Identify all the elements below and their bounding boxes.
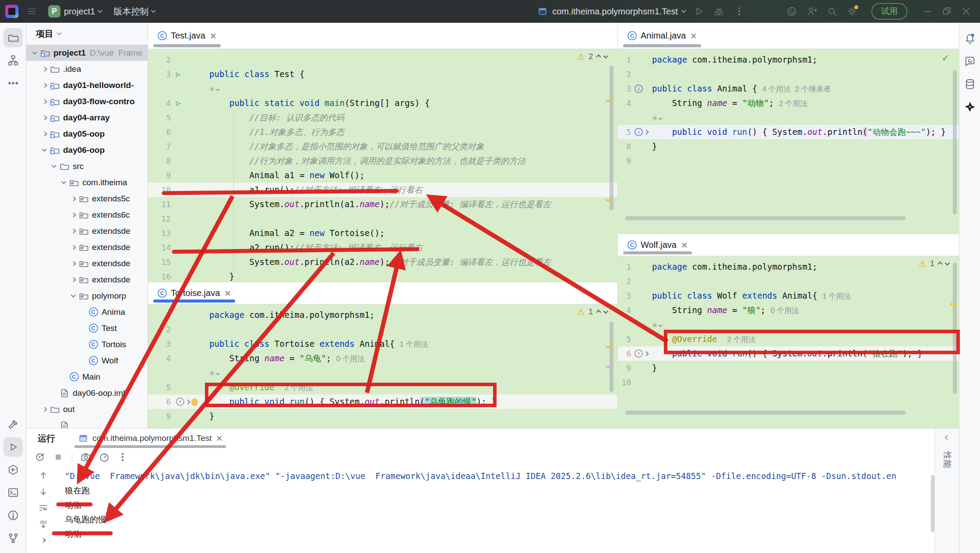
chevron-right-icon[interactable]: [69, 278, 78, 282]
tree-item[interactable]: extendsde: [26, 239, 148, 255]
chevron-right-icon[interactable]: [69, 197, 78, 201]
chevron-right-icon[interactable]: [40, 132, 49, 136]
tree-item[interactable]: extendsde: [26, 271, 148, 288]
tab-wolf-java[interactable]: C Wolf.java: [620, 234, 694, 256]
chevron-right-icon[interactable]: [69, 246, 78, 249]
tab-animal-java[interactable]: C Animal.java: [620, 23, 704, 49]
overrides-marker-icon[interactable]: ↑: [635, 349, 643, 358]
overrides-marker-icon[interactable]: ↑: [176, 398, 184, 406]
next-warning-icon[interactable]: [603, 309, 608, 313]
tree-item[interactable]: CTortois: [26, 336, 148, 352]
tree-item[interactable]: day03-flow-contro: [26, 93, 148, 109]
expand-button[interactable]: [38, 535, 49, 546]
tree-item[interactable]: day06-oop: [26, 142, 148, 158]
wolf-editor[interactable]: 1package com.itheima.polymorphsm1;23publ…: [618, 256, 959, 428]
tab-test-java[interactable]: C Test.java: [151, 23, 223, 49]
main-menu-button[interactable]: [23, 4, 40, 19]
debug[interactable]: [710, 4, 728, 19]
inspection-widget[interactable]: ⚠ 1: [919, 259, 949, 269]
chevron-down-icon[interactable]: [60, 181, 68, 184]
rerun-button[interactable]: [32, 450, 47, 465]
close-icon[interactable]: [216, 435, 222, 441]
stripe-more[interactable]: [4, 74, 23, 93]
stripe-build-hammer[interactable]: [4, 415, 23, 434]
stripe-ai-chat[interactable]: [960, 52, 980, 71]
fold-chevron-icon[interactable]: [185, 399, 190, 404]
close-icon[interactable]: [210, 33, 216, 39]
tree-item[interactable]: extends5c: [26, 190, 148, 207]
tree-item[interactable]: CMain: [26, 369, 148, 385]
stop-button[interactable]: [51, 450, 66, 465]
stripe-project-folder[interactable]: [4, 28, 23, 47]
minimize[interactable]: [918, 4, 937, 19]
more-vertical-button[interactable]: [115, 450, 130, 465]
scrollbar-thumb[interactable]: [610, 66, 613, 210]
settings[interactable]: [843, 4, 861, 19]
vcs-widget[interactable]: 版本控制: [110, 3, 159, 20]
ai-inlay-icon[interactable]: ✳: [652, 114, 662, 122]
chevron-right-icon[interactable]: [40, 67, 49, 71]
stripe-problems[interactable]: [4, 506, 23, 525]
scrollbar-thumb[interactable]: [625, 411, 906, 415]
tree-item[interactable]: [26, 417, 148, 428]
close-icon[interactable]: [681, 242, 687, 248]
project-widget[interactable]: P project1: [45, 3, 106, 20]
tree-item[interactable]: extendsde: [26, 255, 148, 271]
chevron-right-icon[interactable]: [69, 262, 78, 265]
tree-item[interactable]: CWolf: [26, 352, 148, 369]
tab-tortoise-java[interactable]: C Tortoise.java: [151, 282, 238, 304]
overridden-marker-icon[interactable]: ↓: [635, 128, 643, 136]
overridden-marker-icon[interactable]: ↓: [635, 85, 643, 93]
ai-assistant[interactable]: [783, 4, 800, 19]
ai-inlay-icon[interactable]: ✳: [652, 321, 662, 329]
close[interactable]: [956, 4, 976, 19]
stripe-git-branch[interactable]: [4, 528, 23, 548]
close-icon[interactable]: [225, 290, 231, 296]
trial-button[interactable]: 试用: [871, 3, 907, 20]
chevron-right-icon[interactable]: [40, 408, 49, 411]
stripe-database[interactable]: [960, 74, 980, 94]
scrollbar-thumb[interactable]: [610, 322, 613, 392]
search[interactable]: [823, 4, 841, 19]
stripe-terminal[interactable]: [4, 483, 23, 502]
console[interactable]: "D:\vue Framework\java\jdk\bin\java.exe"…: [26, 466, 934, 553]
stripe-jetbrains-ai[interactable]: [960, 97, 980, 116]
restore[interactable]: [937, 4, 956, 19]
profiler-button[interactable]: [97, 450, 112, 465]
screenshot-button[interactable]: [78, 450, 93, 465]
soft-wrap-button[interactable]: [38, 502, 49, 514]
tree-item[interactable]: out: [26, 401, 148, 417]
stripe-notifications[interactable]: [960, 29, 980, 48]
ai-inlay-icon[interactable]: ✳: [209, 370, 219, 377]
tree-item[interactable]: day05-oop: [26, 126, 148, 142]
stripe-run[interactable]: [4, 437, 23, 457]
tree-item[interactable]: extendsde: [26, 223, 148, 239]
chevron-right-icon[interactable]: [40, 84, 49, 87]
chevron-right-icon[interactable]: [69, 213, 78, 217]
intention-bulb-icon[interactable]: [191, 398, 198, 405]
scroll-up-button[interactable]: [38, 470, 49, 481]
fold-chevron-icon[interactable]: [644, 130, 649, 134]
tree-item[interactable]: CTest: [26, 320, 148, 336]
next-warning-icon[interactable]: [945, 261, 950, 265]
performance-tab[interactable]: 性能: [941, 451, 953, 468]
inspection-widget[interactable]: ⚠ 1: [577, 307, 608, 317]
test-editor[interactable]: 23▷public class Test {✳ 4▷ public static…: [148, 49, 617, 282]
prev-warning-icon[interactable]: [938, 261, 942, 266]
scrollbar-thumb[interactable]: [625, 216, 906, 220]
chevron-down-icon[interactable]: [31, 51, 39, 55]
chevron-left-icon[interactable]: [945, 435, 949, 440]
scroll-to-end-button[interactable]: [38, 518, 49, 530]
prev-warning-icon[interactable]: [596, 310, 601, 314]
tree-item[interactable]: project1D:\vue Frame: [26, 45, 148, 61]
next-warning-icon[interactable]: [603, 53, 608, 58]
tree-item[interactable]: com.itheima: [26, 174, 148, 190]
run-line-icon[interactable]: ▷: [176, 67, 180, 81]
tree-item[interactable]: day01-helloworld-: [26, 77, 148, 93]
tree-item[interactable]: CAnima: [26, 304, 148, 320]
scroll-down-button[interactable]: [38, 486, 49, 497]
tree-item[interactable]: .idea: [26, 61, 148, 77]
chevron-down-icon[interactable]: [40, 148, 49, 152]
close-icon[interactable]: [691, 33, 697, 39]
scrollbar-thumb[interactable]: [953, 70, 957, 215]
